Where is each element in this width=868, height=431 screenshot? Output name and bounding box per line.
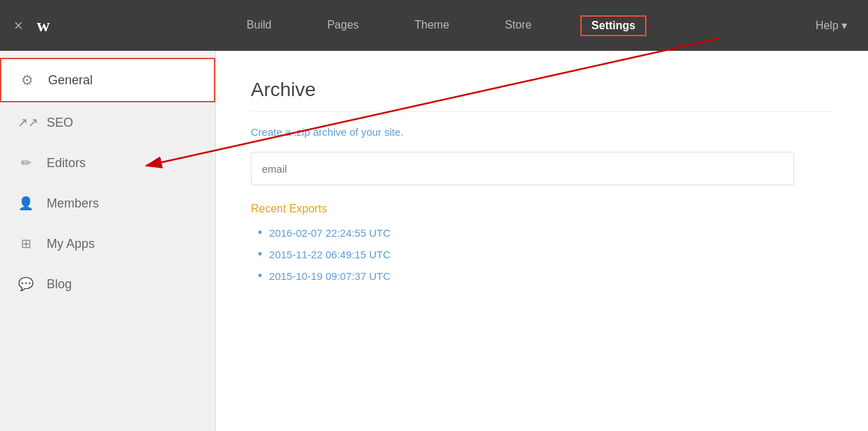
email-input[interactable]	[251, 152, 794, 185]
archive-description: Create a .zip archive of your site.	[251, 126, 833, 138]
apps-icon: ⊞	[17, 236, 34, 251]
sidebar-item-blog[interactable]: 💬 Blog	[0, 264, 215, 304]
nav-store[interactable]: Store	[498, 15, 538, 36]
main-layout: General ↗ SEO ✏ Editors 👤 Members ⊞ My A…	[0, 51, 868, 431]
sidebar-item-members[interactable]: 👤 Members	[0, 183, 215, 224]
export-list: • 2016-02-07 22:24:55 UTC • 2015-11-22 0…	[251, 226, 833, 283]
sidebar-item-editors[interactable]: ✏ Editors	[0, 143, 215, 183]
blog-icon: 💬	[17, 276, 34, 292]
bullet-icon: •	[258, 269, 262, 283]
sidebar-label-blog: Blog	[47, 277, 72, 292]
nav-pages[interactable]: Pages	[320, 15, 366, 36]
list-item: • 2016-02-07 22:24:55 UTC	[258, 226, 833, 240]
nav-items: Build Pages Theme Store Settings	[78, 15, 809, 36]
seo-icon: ↗	[17, 115, 34, 130]
nav-settings[interactable]: Settings	[580, 15, 646, 36]
gear-icon	[19, 72, 36, 88]
nav-help[interactable]: Help ▾	[809, 15, 854, 36]
bullet-icon: •	[258, 247, 262, 262]
sidebar-item-myapps[interactable]: ⊞ My Apps	[0, 224, 215, 264]
sidebar-label-general: General	[48, 73, 93, 88]
sidebar-label-seo: SEO	[47, 116, 73, 130]
export-link-2[interactable]: 2015-11-22 06:49:15 UTC	[269, 249, 390, 260]
export-link-3[interactable]: 2015-10-19 09:07:37 UTC	[269, 270, 390, 282]
nav-build[interactable]: Build	[240, 15, 279, 36]
sidebar-label-editors: Editors	[47, 156, 86, 171]
pen-icon: ✏	[17, 155, 34, 171]
sidebar-item-general[interactable]: General	[0, 58, 215, 102]
page-title: Archive	[251, 79, 833, 112]
content-area: Archive Create a .zip archive of your si…	[216, 51, 868, 431]
list-item: • 2015-10-19 09:07:37 UTC	[258, 269, 833, 283]
bullet-icon: •	[258, 226, 262, 240]
sidebar-label-myapps: My Apps	[47, 237, 95, 251]
export-link-1[interactable]: 2016-02-07 22:24:55 UTC	[269, 227, 390, 239]
logo: w	[37, 15, 50, 36]
sidebar: General ↗ SEO ✏ Editors 👤 Members ⊞ My A…	[0, 51, 216, 431]
members-icon: 👤	[17, 196, 34, 211]
top-nav: × w Build Pages Theme Store Settings Hel…	[0, 0, 868, 51]
recent-exports-title: Recent Exports	[251, 203, 833, 215]
close-button[interactable]: ×	[14, 17, 23, 35]
sidebar-label-members: Members	[47, 196, 99, 211]
nav-theme[interactable]: Theme	[408, 15, 456, 36]
list-item: • 2015-11-22 06:49:15 UTC	[258, 247, 833, 262]
sidebar-item-seo[interactable]: ↗ SEO	[0, 102, 215, 143]
